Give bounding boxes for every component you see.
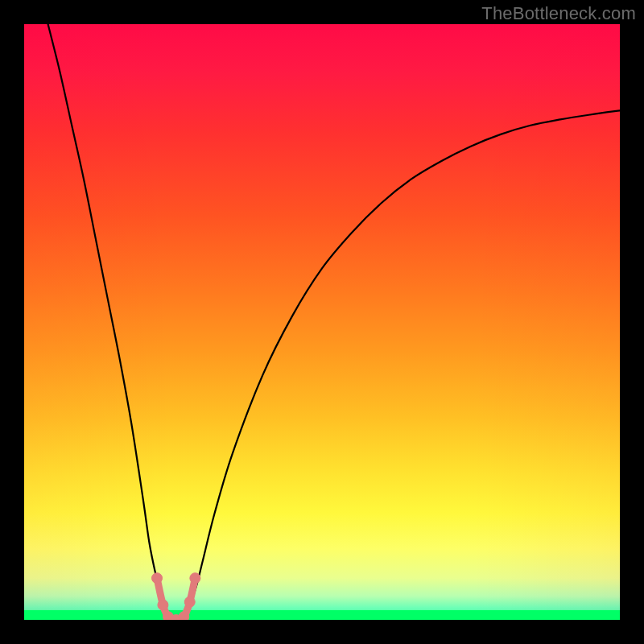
optimal-marker-dot bbox=[179, 612, 189, 620]
optimal-marker-dot bbox=[184, 597, 195, 607]
watermark-text: TheBottleneck.com bbox=[481, 3, 636, 24]
bottleneck-curve-path bbox=[48, 24, 620, 620]
plot-area bbox=[24, 24, 620, 620]
optimal-marker-group bbox=[152, 573, 200, 620]
optimal-marker-dot bbox=[152, 573, 163, 584]
chart-container: TheBottleneck.com bbox=[0, 0, 644, 644]
optimal-marker-dot bbox=[158, 600, 168, 610]
optimal-marker-dot bbox=[190, 573, 200, 584]
curve-layer bbox=[24, 24, 620, 620]
